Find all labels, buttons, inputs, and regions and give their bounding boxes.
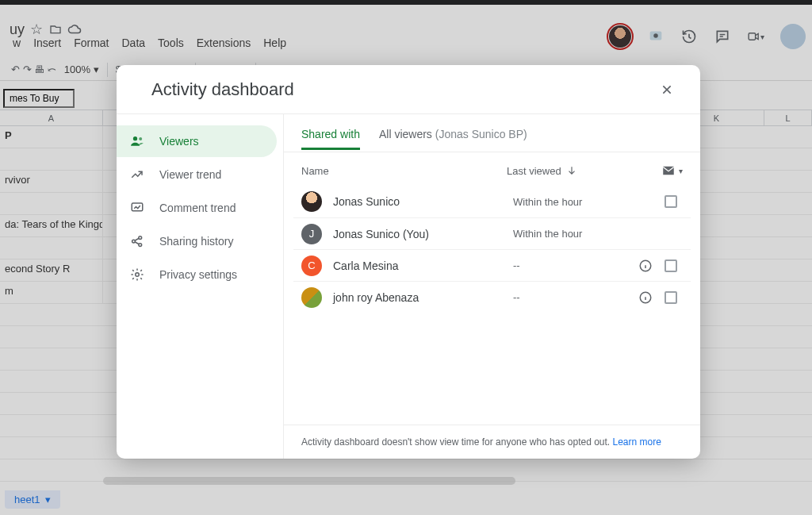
close-icon xyxy=(661,83,673,96)
email-checkbox[interactable] xyxy=(659,291,683,304)
gear-icon xyxy=(129,267,145,282)
viewer-name: john roy Abenaza xyxy=(333,291,513,304)
info-button[interactable] xyxy=(632,290,659,305)
avatar: J xyxy=(301,224,322,244)
svg-rect-5 xyxy=(132,203,143,211)
viewer-last-viewed: -- xyxy=(513,291,632,303)
sidebar-item-label: Viewer trend xyxy=(159,168,221,181)
viewer-name: Carla Mesina xyxy=(333,259,513,272)
svg-point-9 xyxy=(136,273,140,277)
avatar xyxy=(301,191,322,212)
viewer-name: Jonas Sunico (You) xyxy=(333,228,513,240)
trend-icon xyxy=(129,167,145,183)
column-email[interactable]: ▾ xyxy=(642,163,683,178)
viewer-last-viewed: -- xyxy=(513,259,632,271)
email-checkbox[interactable] xyxy=(659,259,683,272)
mail-icon xyxy=(661,163,676,178)
sidebar-item-label: Privacy settings xyxy=(159,268,237,281)
sidebar-item-label: Sharing history xyxy=(159,235,233,248)
info-icon xyxy=(638,259,653,273)
dialog-title: Activity dashboard xyxy=(151,79,294,100)
sidebar-item-comment-trend[interactable]: Comment trend xyxy=(117,192,277,224)
svg-point-4 xyxy=(139,137,142,140)
viewer-name: Jonas Sunico xyxy=(333,195,513,208)
sidebar-item-viewers[interactable]: Viewers xyxy=(117,125,277,157)
activity-dashboard-dialog: Activity dashboard Viewers Viewer trend xyxy=(117,65,700,459)
arrow-down-icon xyxy=(566,165,577,176)
comment-trend-icon xyxy=(129,200,145,216)
viewer-last-viewed: Within the hour xyxy=(513,196,632,208)
sidebar-item-viewer-trend[interactable]: Viewer trend xyxy=(117,159,277,190)
info-icon xyxy=(638,290,653,305)
avatar xyxy=(301,287,322,308)
dialog-header: Activity dashboard xyxy=(117,65,700,114)
info-button[interactable] xyxy=(632,259,659,273)
viewer-list-header: Name Last viewed ▾ xyxy=(284,152,700,186)
viewer-row: CCarla Mesina-- xyxy=(293,249,691,281)
tab-shared-with[interactable]: Shared with xyxy=(301,117,360,150)
viewer-list: Jonas SunicoWithin the hourJJonas Sunico… xyxy=(284,186,700,313)
avatar: C xyxy=(301,256,322,276)
viewer-row: Jonas SunicoWithin the hour xyxy=(293,186,691,217)
tab-all-viewers[interactable]: All viewers (Jonas Sunico BP) xyxy=(379,117,527,150)
learn-more-link[interactable]: Learn more xyxy=(613,436,661,448)
dialog-footer: Activity dashboard doesn't show view tim… xyxy=(284,425,700,459)
dialog-main: Shared with All viewers (Jonas Sunico BP… xyxy=(284,114,700,459)
dialog-sidebar: Viewers Viewer trend Comment trend Shari… xyxy=(117,114,284,459)
sidebar-item-privacy-settings[interactable]: Privacy settings xyxy=(117,259,277,290)
sidebar-item-label: Comment trend xyxy=(159,202,236,214)
svg-point-3 xyxy=(133,136,137,140)
sidebar-item-label: Viewers xyxy=(159,135,199,148)
sidebar-item-sharing-history[interactable]: Sharing history xyxy=(117,225,277,257)
email-checkbox[interactable] xyxy=(659,195,683,208)
column-name[interactable]: Name xyxy=(301,165,507,177)
share-icon xyxy=(129,233,145,249)
chevron-down-icon: ▾ xyxy=(679,167,683,175)
column-last-viewed[interactable]: Last viewed xyxy=(507,165,642,177)
viewer-last-viewed: Within the hour xyxy=(513,228,632,240)
viewer-row: john roy Abenaza-- xyxy=(293,281,691,313)
viewer-row: JJonas Sunico (You)Within the hour xyxy=(293,217,691,249)
people-icon xyxy=(129,133,145,149)
dialog-tabs: Shared with All viewers (Jonas Sunico BP… xyxy=(284,114,700,152)
close-button[interactable] xyxy=(656,79,678,101)
